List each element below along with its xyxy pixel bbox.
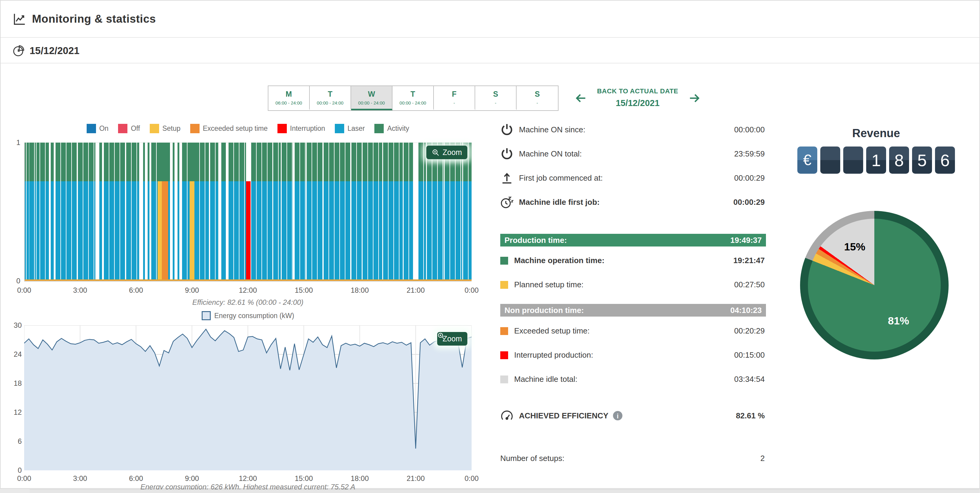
legend-label: On (99, 124, 109, 132)
timeline-segment-run (168, 143, 170, 281)
idle-clock-icon (500, 195, 514, 209)
timeline-segment-run (56, 143, 77, 281)
legend-swatch (190, 124, 200, 133)
x-tick-label: 0:00 (465, 474, 479, 483)
timeline-segment-run (99, 143, 102, 281)
stat-value: 03:34:54 (734, 375, 766, 384)
weekday-cell-t[interactable]: T00:00 - 24:00 (393, 86, 434, 110)
stat-swatch (500, 281, 508, 289)
stat-swatch (500, 375, 508, 383)
stat-label: Number of setups: (500, 454, 564, 463)
timeline-segment-run (229, 143, 246, 281)
legend-item-on[interactable]: On (87, 124, 109, 133)
digit-tile: 5 (912, 147, 932, 174)
first-job-icon (500, 171, 514, 185)
timeline-segment-run (194, 143, 209, 281)
weekday-cell-t[interactable]: T00:00 - 24:00 (310, 86, 351, 110)
legend-label: Setup (162, 124, 181, 132)
x-tick-label: 12:00 (239, 286, 257, 295)
timeline-zoom-button[interactable]: Zoom (426, 145, 467, 159)
stat-row: Planned setup time:00:27:50 (500, 280, 766, 289)
timeline-segment-run (352, 143, 362, 281)
weekday-timerange: - (434, 100, 475, 105)
weekday-cell-m[interactable]: M06:00 - 24:00 (269, 86, 310, 110)
timeline-segment-run (148, 143, 150, 281)
timeline-segment-run (445, 143, 463, 281)
back-to-actual-date-button[interactable]: BACK TO ACTUAL DATE (589, 87, 686, 95)
stat-row: Interrupted production:00:15:00 (500, 350, 766, 360)
weekday-timerange: - (517, 100, 558, 105)
pie-clock-icon (13, 45, 25, 57)
timeline-segment-setup (189, 143, 195, 281)
stat-row: Machine idle first job:00:00:29 (500, 195, 766, 209)
energy-legend-swatch[interactable] (202, 311, 211, 320)
next-day-arrow-icon[interactable] (688, 91, 701, 105)
stat-value: 00:20:29 (734, 326, 766, 336)
x-tick-label: 0:00 (17, 286, 32, 295)
weekday-timerange: 00:00 - 24:00 (310, 100, 350, 105)
timeline-baseline (25, 279, 472, 281)
timeline-segment-run (463, 143, 472, 281)
digit-tile: 1 (866, 147, 886, 174)
legend-item-setup[interactable]: Setup (150, 124, 181, 133)
weekday-cell-s[interactable]: S- (475, 86, 517, 110)
x-tick-label: 3:00 (73, 286, 87, 295)
power-icon (500, 147, 514, 160)
revenue-counter: €1856 (797, 147, 955, 174)
weekday-label: T (393, 90, 433, 99)
x-tick-label: 12:00 (239, 474, 257, 483)
x-tick-label: 6:00 (129, 474, 143, 483)
x-tick-label: 0:00 (17, 474, 32, 483)
stat-label: Planned setup time: (514, 280, 584, 289)
timeline-x-axis: 0:003:006:009:0012:0015:0018:0021:000:00 (24, 286, 472, 295)
currency-tile: € (797, 147, 817, 174)
blank-digit-tile (820, 147, 840, 174)
timeline-segment-run (427, 143, 444, 281)
date-header: 15/12/2021 (1, 38, 979, 64)
digit-tile: 6 (935, 147, 955, 174)
weekday-cell-s[interactable]: S- (517, 86, 558, 110)
x-tick-label: 3:00 (73, 474, 87, 483)
timeline-segment-run (273, 143, 281, 281)
x-tick-label: 21:00 (407, 286, 425, 295)
timeline-segment-run (37, 143, 40, 281)
stat-label: Machine operation time: (514, 256, 605, 265)
energy-zoom-button[interactable]: Zoom (437, 332, 467, 346)
stat-value: 23:59:59 (734, 149, 766, 159)
week-selector: M06:00 - 24:00T00:00 - 24:00W00:00 - 24:… (268, 86, 558, 111)
line-chart-icon (13, 12, 27, 26)
current-date: 15/12/2021 (30, 45, 80, 56)
stat-row: First job commenced at:00:00:29 (500, 171, 766, 185)
previous-day-arrow-icon[interactable] (574, 91, 587, 105)
weekday-cell-f[interactable]: F- (434, 86, 475, 110)
x-tick-label: 15:00 (295, 286, 313, 295)
info-icon[interactable]: i (612, 410, 623, 421)
energy-legend-label: Energy consumption (kW) (214, 312, 294, 320)
x-tick-label: 21:00 (407, 474, 425, 483)
x-tick-label: 18:00 (350, 474, 369, 483)
timeline-segment-run (40, 143, 49, 281)
energy-legend: Energy consumption (kW) (24, 311, 472, 320)
legend-item-interruption[interactable]: Interruption (277, 124, 325, 133)
weekday-label: S (517, 90, 558, 99)
timeline-segment-run (173, 143, 175, 281)
legend-swatch (118, 124, 127, 133)
legend-item-activity[interactable]: Activity (374, 124, 409, 133)
weekday-timerange: 06:00 - 24:00 (269, 100, 309, 105)
pie-slice-label: 81% (888, 315, 909, 327)
legend-item-laser[interactable]: Laser (335, 124, 365, 133)
legend-swatch (277, 124, 287, 133)
zoom-button-label: Zoom (442, 334, 462, 343)
stat-row: Machine operation time:19:21:47 (500, 256, 766, 265)
legend-item-exceeded-setup-time[interactable]: Exceeded setup time (190, 124, 268, 133)
x-tick-label: 18:00 (350, 286, 369, 295)
timeline-segment-run (404, 143, 413, 281)
stat-value: 00:00:29 (734, 173, 766, 183)
blank-digit-tile (843, 147, 863, 174)
legend-item-off[interactable]: Off (118, 124, 140, 133)
weekday-label: T (310, 90, 350, 99)
energy-y-tick: 12 (8, 408, 22, 416)
horizontal-scrollbar[interactable] (30, 489, 979, 493)
power-icon (500, 123, 514, 136)
weekday-cell-w[interactable]: W00:00 - 24:00 (351, 86, 393, 110)
